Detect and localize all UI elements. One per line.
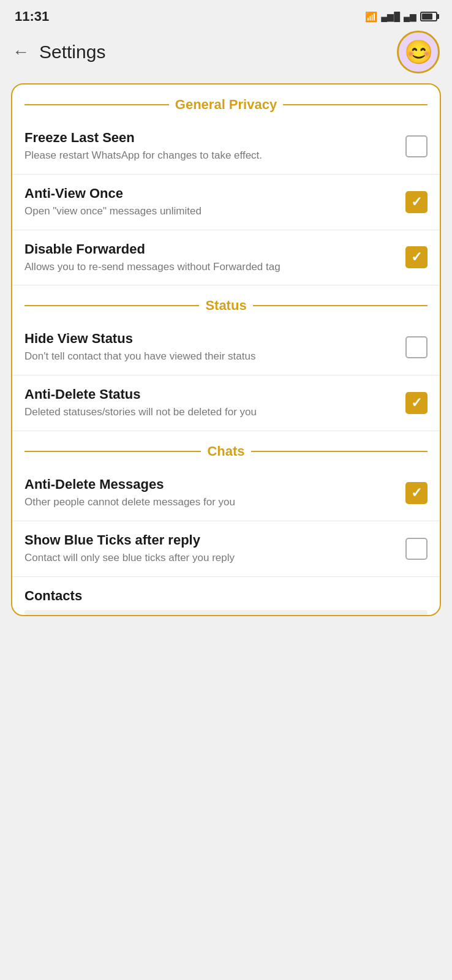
signal-icon-2: ▄▆ [404, 12, 416, 21]
disable-forwarded-title: Disable Forwarded [24, 241, 398, 257]
settings-item-text-disable-forwarded: Disable Forwarded Allows you to re-send … [24, 241, 398, 274]
hide-view-status-desc: Don't tell contact that you have viewed … [24, 349, 398, 364]
show-blue-ticks-desc: Contact will only see blue ticks after y… [24, 551, 398, 565]
back-button[interactable]: ← [12, 42, 29, 62]
section-title-status: Status [205, 298, 246, 314]
settings-item-hide-view-status[interactable]: Hide View Status Don't tell contact that… [12, 320, 440, 375]
show-blue-ticks-checkbox[interactable] [405, 538, 428, 560]
settings-item-anti-view-once[interactable]: Anti-View Once Open "view once" messages… [12, 175, 440, 230]
status-bar: 11:31 📶 ▄▆█ ▄▆ [0, 0, 452, 31]
anti-delete-messages-desc: Other people cannot delete messages for … [24, 495, 398, 510]
anti-view-once-checkbox[interactable] [405, 191, 428, 213]
section-line-chats-left [24, 451, 201, 452]
freeze-last-seen-checkbox[interactable] [405, 135, 428, 157]
show-blue-ticks-title: Show Blue Ticks after reply [24, 532, 398, 548]
cutoff-bar [24, 610, 428, 615]
settings-item-text-show-blue-ticks: Show Blue Ticks after reply Contact will… [24, 532, 398, 565]
anti-delete-messages-title: Anti-Delete Messages [24, 477, 398, 492]
status-icons: 📶 ▄▆█ ▄▆ [365, 11, 437, 23]
settings-item-text-anti-delete-status: Anti-Delete Status Deleted statuses/stor… [24, 386, 398, 420]
settings-item-anti-delete-messages[interactable]: Anti-Delete Messages Other people cannot… [12, 466, 440, 521]
hide-view-status-title: Hide View Status [24, 331, 398, 347]
settings-card: General Privacy Freeze Last Seen Please … [11, 83, 441, 616]
section-line-status-left [24, 305, 199, 306]
settings-item-text-freeze-last-seen: Freeze Last Seen Please restart WhatsApp… [24, 130, 398, 163]
anti-delete-status-desc: Deleted statuses/stories will not be del… [24, 405, 398, 420]
signal-icon-1: ▄▆█ [381, 12, 400, 21]
battery-icon [420, 12, 437, 21]
section-line-status-right [253, 305, 428, 306]
section-line-chats-right [251, 451, 428, 452]
settings-item-freeze-last-seen[interactable]: Freeze Last Seen Please restart WhatsApp… [12, 119, 440, 175]
contacts-title: Contacts [24, 588, 428, 604]
disable-forwarded-checkbox[interactable] [405, 246, 428, 268]
section-header-status: Status [12, 285, 440, 320]
settings-item-text-hide-view-status: Hide View Status Don't tell contact that… [24, 331, 398, 364]
settings-item-show-blue-ticks[interactable]: Show Blue Ticks after reply Contact will… [12, 521, 440, 577]
freeze-last-seen-desc: Please restart WhatsApp for changes to t… [24, 148, 398, 163]
settings-item-contacts[interactable]: Contacts [12, 577, 440, 615]
settings-item-disable-forwarded[interactable]: Disable Forwarded Allows you to re-send … [12, 230, 440, 286]
header: ← Settings 😊 [0, 31, 452, 74]
section-line-left [24, 104, 169, 105]
disable-forwarded-desc: Allows you to re-send messages without F… [24, 260, 398, 274]
settings-item-text-anti-view-once: Anti-View Once Open "view once" messages… [24, 186, 398, 219]
settings-item-text-anti-delete-messages: Anti-Delete Messages Other people cannot… [24, 477, 398, 510]
freeze-last-seen-title: Freeze Last Seen [24, 130, 398, 146]
section-title-chats: Chats [207, 443, 244, 459]
settings-item-anti-delete-status[interactable]: Anti-Delete Status Deleted statuses/stor… [12, 375, 440, 431]
page-title: Settings [39, 42, 397, 62]
anti-delete-status-checkbox[interactable] [405, 392, 428, 414]
status-time: 11:31 [15, 9, 49, 24]
avatar[interactable]: 😊 [397, 31, 440, 74]
wifi-icon: 📶 [365, 11, 377, 23]
anti-view-once-desc: Open "view once" messages unlimited [24, 204, 398, 219]
anti-delete-messages-checkbox[interactable] [405, 482, 428, 504]
section-title-general-privacy: General Privacy [175, 97, 277, 113]
anti-view-once-title: Anti-View Once [24, 186, 398, 202]
section-header-general-privacy: General Privacy [12, 85, 440, 119]
hide-view-status-checkbox[interactable] [405, 336, 428, 358]
section-line-right [283, 104, 428, 105]
avatar-emoji: 😊 [404, 39, 433, 66]
section-header-chats: Chats [12, 431, 440, 466]
anti-delete-status-title: Anti-Delete Status [24, 386, 398, 402]
